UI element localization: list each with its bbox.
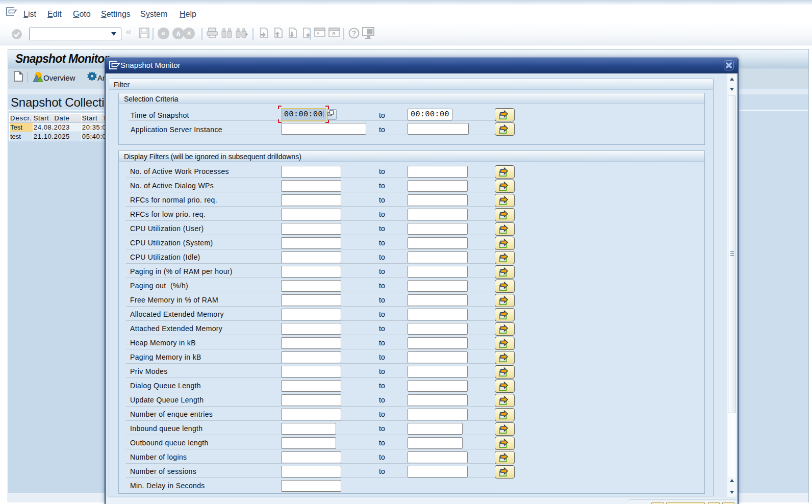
svg-text:?: ? <box>352 29 357 37</box>
